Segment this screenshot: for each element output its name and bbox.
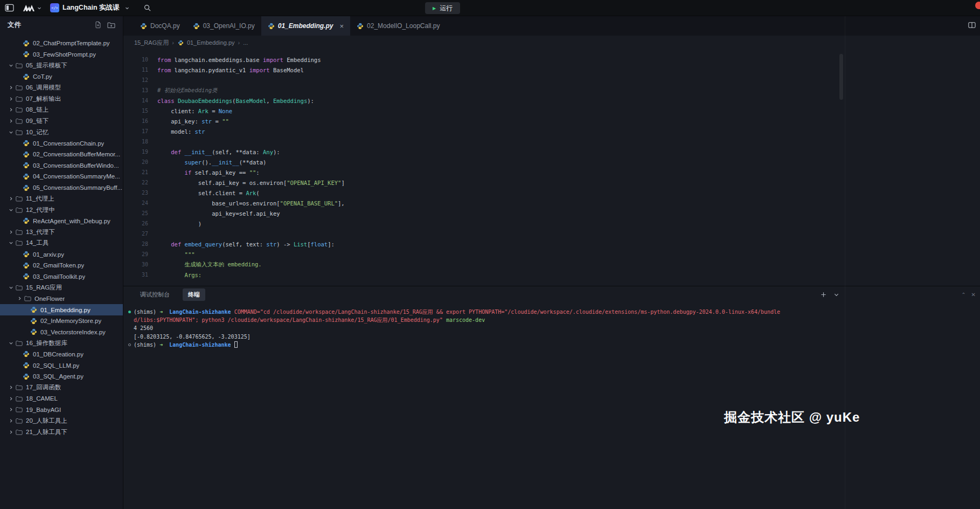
new-folder-icon[interactable] <box>107 21 115 29</box>
code-text: if self.api_key == "": <box>157 169 260 176</box>
code-text: Args: <box>157 272 201 278</box>
tree-item-label: 01_DBCreation.py <box>33 351 84 357</box>
tree-file-01_ConversationChain.py[interactable]: 01_ConversationChain.py <box>0 137 123 149</box>
tree-file-02_ChatPromptTemplate.py[interactable]: 02_ChatPromptTemplate.py <box>0 38 123 49</box>
tree-folder-07_解析输出[interactable]: 07_解析输出 <box>0 93 123 105</box>
tab-close-icon[interactable]: × <box>339 22 344 30</box>
python-file-icon <box>23 173 30 180</box>
tree-file-01_arxiv.py[interactable]: 01_arxiv.py <box>0 249 123 260</box>
folder-icon <box>16 384 23 390</box>
panel-maximize-icon[interactable]: ⌃ <box>961 292 965 298</box>
terminal-line: (shims) ➜ LangChain-shizhanke <box>127 341 976 349</box>
code-editor[interactable]: 10from langchain.embeddings.base import … <box>123 50 980 286</box>
tree-item-label: 16_操作数据库 <box>26 339 67 347</box>
sidebar-toggle-icon[interactable] <box>5 4 14 12</box>
tree-folder-21_人脉工具下[interactable]: 21_人脉工具下 <box>0 427 123 438</box>
tree-file-01_Embedding.py[interactable]: 01_Embedding.py <box>0 304 123 315</box>
terminal-line: 4 2560 <box>127 324 976 332</box>
split-editor-icon[interactable] <box>968 21 976 31</box>
folder-icon <box>16 418 23 424</box>
line-number: 22 <box>123 180 148 185</box>
new-terminal-icon[interactable] <box>820 291 827 298</box>
tree-folder-18_CAMEL[interactable]: 18_CAMEL <box>0 393 123 404</box>
tree-folder-20_人脉工具上[interactable]: 20_人脉工具上 <box>0 415 123 427</box>
run-button[interactable]: ▶ 运行 <box>425 2 460 14</box>
editor-tab-03_OpenAI_IO.py[interactable]: 03_OpenAI_IO.py <box>186 16 261 36</box>
breadcrumb-item[interactable]: ... <box>243 39 248 46</box>
folder-icon <box>16 396 23 402</box>
panel-tab-调试控制台[interactable]: 调试控制台 <box>135 288 175 301</box>
tree-folder-10_记忆[interactable]: 10_记忆 <box>0 127 123 138</box>
tree-item-label: 02_ChatPromptTemplate.py <box>33 40 110 46</box>
new-file-icon[interactable] <box>94 21 102 29</box>
folder-icon <box>16 118 23 124</box>
file-tree: 02_ChatPromptTemplate.py03_FewShotPrompt… <box>0 38 123 437</box>
editor-scrollbar[interactable] <box>839 54 843 100</box>
tree-folder-12_代理中[interactable]: 12_代理中 <box>0 204 123 216</box>
tree-file-CoT.py[interactable]: CoT.py <box>0 71 123 82</box>
tree-item-label: 17_回调函数 <box>26 383 61 391</box>
breadcrumb-separator: › <box>238 39 240 46</box>
tree-file-05_ConversationSummaryBuff...[interactable]: 05_ConversationSummaryBuff... <box>0 182 123 194</box>
terminal-process-dot <box>127 311 134 313</box>
editor-tab-01_Embedding.py[interactable]: 01_Embedding.py× <box>261 16 350 36</box>
tree-folder-16_操作数据库[interactable]: 16_操作数据库 <box>0 338 123 349</box>
python-file-icon <box>23 350 30 357</box>
explorer-header: 文件 <box>0 16 123 33</box>
tree-folder-11_代理上[interactable]: 11_代理上 <box>0 193 123 204</box>
code-line-23: 23 self.client = Ark( <box>123 188 980 198</box>
tree-file-03_VectorstoreIndex.py[interactable]: 03_VectorstoreIndex.py <box>0 326 123 338</box>
tree-file-02_GmailToken.py[interactable]: 02_GmailToken.py <box>0 260 123 271</box>
search-icon[interactable] <box>143 4 151 12</box>
python-file-icon <box>23 251 30 258</box>
tree-item-label: 03_FewShotPrompt.py <box>33 51 96 58</box>
breadcrumb-item[interactable]: 15_RAG应用 <box>134 39 169 47</box>
panel-close-icon[interactable]: ✕ <box>971 292 976 298</box>
breadcrumb-label: 15_RAG应用 <box>134 39 169 47</box>
editor-tab-02_ModelIO_LoopCall.py[interactable]: 02_ModelIO_LoopCall.py <box>350 16 446 36</box>
line-number: 20 <box>123 159 148 165</box>
tree-folder-13_代理下[interactable]: 13_代理下 <box>0 226 123 238</box>
tree-folder-06_调用模型[interactable]: 06_调用模型 <box>0 82 123 93</box>
tree-file-02_SQL_LLM.py[interactable]: 02_SQL_LLM.py <box>0 360 123 371</box>
tree-item-label: 06_调用模型 <box>26 84 61 92</box>
terminal-line: (shims) ➜ LangChain-shizhanke COMMAND="c… <box>127 308 976 316</box>
tree-file-03_ConversationBufferWindo...[interactable]: 03_ConversationBufferWindo... <box>0 160 123 171</box>
code-line-26: 26 ) <box>123 218 980 229</box>
tree-folder-OneFlower[interactable]: OneFlower <box>0 293 123 305</box>
folder-icon <box>16 129 23 135</box>
tree-file-02_InMemoryStore.py[interactable]: 02_InMemoryStore.py <box>0 315 123 327</box>
tree-folder-09_链下[interactable]: 09_链下 <box>0 115 123 127</box>
line-number: 21 <box>123 169 148 175</box>
code-line-15: 15 client: Ark = None <box>123 106 980 116</box>
tree-file-ReActAgent_with_Debug.py[interactable]: ReActAgent_with_Debug.py <box>0 216 123 227</box>
tree-folder-08_链上[interactable]: 08_链上 <box>0 105 123 116</box>
code-line-30: 30 生成输入文本的 embedding. <box>123 259 980 270</box>
breadcrumb-item[interactable]: 01_Embedding.py <box>177 39 235 46</box>
record-indicator <box>975 2 980 9</box>
tree-file-03_FewShotPrompt.py[interactable]: 03_FewShotPrompt.py <box>0 49 123 60</box>
line-number: 15 <box>123 108 148 114</box>
terminal[interactable]: (shims) ➜ LangChain-shizhanke COMMAND="c… <box>123 302 980 509</box>
tree-file-03_GmailToolkit.py[interactable]: 03_GmailToolkit.py <box>0 271 123 282</box>
tree-folder-14_工具[interactable]: 14_工具 <box>0 238 123 249</box>
terminal-dropdown-icon[interactable] <box>833 292 839 298</box>
chevron-right-icon <box>8 430 15 435</box>
tree-file-03_SQL_Agent.py[interactable]: 03_SQL_Agent.py <box>0 371 123 382</box>
editor-tab-DocQA.py[interactable]: DocQA.py <box>134 16 186 36</box>
tree-folder-05_提示模板下[interactable]: 05_提示模板下 <box>0 60 123 71</box>
tree-folder-15_RAG应用[interactable]: 15_RAG应用 <box>0 282 123 293</box>
line-number: 26 <box>123 221 148 226</box>
tree-folder-19_BabyAGI[interactable]: 19_BabyAGI <box>0 404 123 416</box>
folder-icon <box>16 85 23 91</box>
tree-file-02_ConversationBufferMemor...[interactable]: 02_ConversationBufferMemor... <box>0 149 123 160</box>
tree-folder-17_回调函数[interactable]: 17_回调函数 <box>0 382 123 393</box>
logo-chevron-icon[interactable] <box>37 6 41 10</box>
code-text: base_url=os.environ["OPENAI_BASE_URL"], <box>157 200 345 207</box>
python-file-icon <box>23 40 30 47</box>
tree-file-01_DBCreation.py[interactable]: 01_DBCreation.py <box>0 349 123 360</box>
workspace-switcher[interactable]: </> LangChain 实战课 <box>50 3 129 12</box>
code-line-16: 16 api_key: str = "" <box>123 116 980 126</box>
tree-file-04_ConversationSummaryMe...[interactable]: 04_ConversationSummaryMe... <box>0 171 123 182</box>
panel-tab-终端[interactable]: 终端 <box>183 288 205 301</box>
